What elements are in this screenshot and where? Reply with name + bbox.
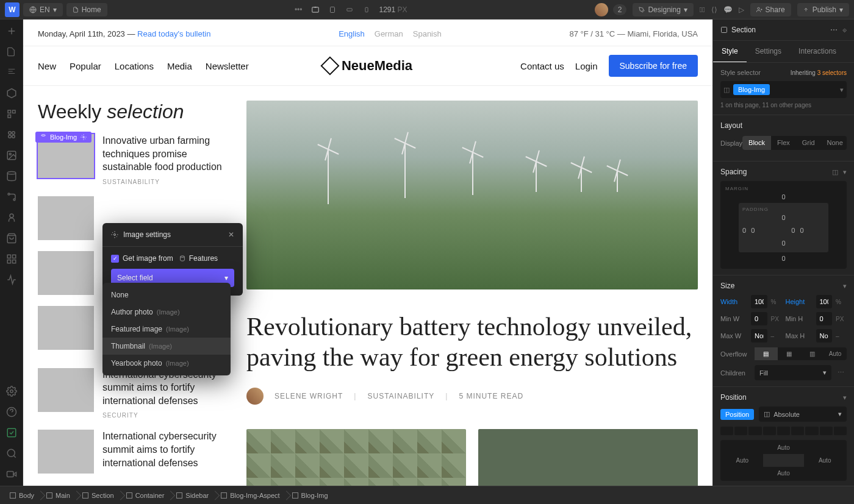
pages-icon[interactable]	[6, 46, 17, 57]
state-icon[interactable]: ◫	[723, 86, 730, 94]
pos-preset[interactable]	[763, 427, 776, 435]
locale-button[interactable]: EN ▾	[23, 3, 63, 16]
minh-input[interactable]	[816, 312, 833, 325]
breadcrumb-item[interactable]: Blog-Img-Aspect	[215, 492, 285, 499]
chevron-down-icon[interactable]: ▾	[843, 394, 847, 402]
bulletin-link[interactable]: Read today's bulletin	[137, 29, 210, 38]
mode-button[interactable]: Designing ▾	[633, 3, 693, 16]
overflow-scroll[interactable]: ▥	[801, 347, 824, 360]
check-icon[interactable]: ✓⃝	[700, 5, 705, 14]
nav-popular[interactable]: Popular	[70, 61, 101, 71]
pos-preset[interactable]	[734, 427, 747, 435]
breadcrumb-item[interactable]: Container	[120, 492, 171, 499]
seg-grid[interactable]: Grid	[796, 136, 821, 150]
dropdown-item[interactable]: Yearbook photo(Image)	[102, 355, 231, 372]
more-icon[interactable]: •••	[295, 5, 303, 14]
share-button[interactable]: Share	[750, 3, 791, 16]
breadcrumb-item[interactable]: Blog-Img	[286, 492, 334, 499]
chevron-down-icon[interactable]: ▾	[840, 86, 844, 94]
seg-flex[interactable]: Flex	[771, 136, 796, 150]
logo-icon[interactable]: W	[5, 2, 20, 17]
focus-icon[interactable]: ⟐	[842, 26, 847, 34]
spacing-preset-icon[interactable]: ◫	[832, 168, 838, 176]
checkbox[interactable]: ✓	[111, 255, 119, 263]
tab-style[interactable]: Style	[713, 41, 747, 62]
sub-image[interactable]	[246, 429, 466, 486]
nav-media[interactable]: Media	[167, 61, 192, 71]
settings-icon[interactable]	[6, 386, 17, 397]
code-icon[interactable]: ⟨⟩	[711, 5, 717, 14]
inherit-count[interactable]: 3 selectors	[817, 69, 847, 76]
lang-spanish[interactable]: Spanish	[413, 29, 442, 38]
logic-icon[interactable]	[6, 191, 17, 202]
dropdown-item[interactable]: Featured image(Image)	[102, 321, 231, 338]
publish-button[interactable]: Publish ▾	[797, 3, 849, 16]
chevron-down-icon[interactable]: ▾	[843, 282, 847, 290]
height-input[interactable]	[816, 295, 833, 308]
article-thumb[interactable]	[38, 306, 94, 350]
hero-image[interactable]	[246, 101, 698, 289]
nav-new[interactable]: New	[38, 61, 56, 71]
viewport-width[interactable]: 1291 PX	[379, 5, 407, 14]
close-icon[interactable]: ✕	[228, 230, 234, 239]
pos-preset[interactable]	[805, 427, 818, 435]
checkbox-icon[interactable]	[6, 427, 17, 438]
breadcrumb-item[interactable]: Main	[40, 492, 76, 499]
article-thumb[interactable]	[38, 368, 94, 412]
assets-icon[interactable]	[6, 150, 17, 161]
overflow-hidden[interactable]: ▦	[778, 347, 801, 360]
article-thumb[interactable]	[38, 196, 94, 240]
search-icon[interactable]	[6, 448, 17, 459]
gear-icon[interactable]	[81, 134, 87, 140]
pos-preset[interactable]	[791, 427, 804, 435]
landscape-icon[interactable]	[345, 5, 354, 14]
pos-preset[interactable]	[777, 427, 790, 435]
position-select[interactable]: ◫Absolute▾	[759, 406, 847, 422]
article-title[interactable]: Innovative urban farming techniques prom…	[102, 134, 227, 174]
collab-count[interactable]: 2	[613, 4, 627, 15]
maxh-input[interactable]	[816, 329, 833, 343]
class-chip[interactable]: Blog-Img	[733, 84, 770, 95]
help-icon[interactable]	[6, 406, 17, 417]
cms-icon[interactable]	[6, 171, 17, 182]
subscribe-button[interactable]: Subscribe for free	[609, 55, 698, 77]
article-thumb[interactable]	[38, 251, 94, 295]
nav-locations[interactable]: Locations	[115, 61, 154, 71]
author-name[interactable]: SELENE WRIGHT	[274, 392, 343, 400]
navigator-icon[interactable]	[6, 67, 17, 78]
dropdown-item[interactable]: None	[102, 286, 231, 303]
hero-category[interactable]: SUSTAINABILITY	[367, 392, 434, 400]
nav-contact[interactable]: Contact us	[520, 61, 564, 71]
pos-preset[interactable]	[834, 427, 847, 435]
more-icon[interactable]: ⋯	[830, 26, 838, 34]
pos-preset[interactable]	[748, 427, 761, 435]
variables-icon[interactable]	[6, 108, 17, 119]
children-select[interactable]: Fill▾	[755, 365, 831, 380]
article-thumb[interactable]	[38, 430, 94, 474]
maxw-input[interactable]	[751, 329, 767, 343]
brand[interactable]: NeueMedia	[323, 58, 412, 74]
author-avatar[interactable]	[246, 388, 264, 405]
pos-preset[interactable]	[720, 427, 733, 435]
comment-icon[interactable]: 💬	[723, 5, 733, 14]
video-icon[interactable]	[6, 469, 17, 480]
nav-login[interactable]: Login	[575, 61, 598, 71]
nav-newsletter[interactable]: Newsletter	[206, 61, 249, 71]
page-button[interactable]: Home	[66, 3, 107, 16]
more-icon[interactable]: ⋯	[835, 369, 847, 377]
seg-block[interactable]: Block	[742, 136, 771, 150]
lang-german[interactable]: German	[375, 29, 403, 38]
avatar[interactable]	[595, 3, 608, 16]
article-title[interactable]: International cybersecurity summit aims …	[102, 430, 227, 469]
spacing-box[interactable]: MARGIN 0 PADDING 0 0 0 0 0 0 0	[720, 181, 847, 269]
tablet-icon[interactable]	[328, 5, 337, 14]
breadcrumb-item[interactable]: Section	[76, 492, 120, 499]
canvas-expand-icon[interactable]	[311, 5, 320, 14]
breadcrumb-item[interactable]: Body	[4, 492, 40, 499]
styles-icon[interactable]	[6, 129, 17, 140]
apps-icon[interactable]	[6, 254, 17, 264]
dropdown-item[interactable]: Thumbnail(Image)	[102, 338, 231, 355]
hero-title[interactable]: Revolutionary battery technology unveile…	[246, 311, 698, 373]
breadcrumb-item[interactable]: Sidebar	[170, 492, 215, 499]
chevron-down-icon[interactable]: ▾	[843, 168, 847, 176]
